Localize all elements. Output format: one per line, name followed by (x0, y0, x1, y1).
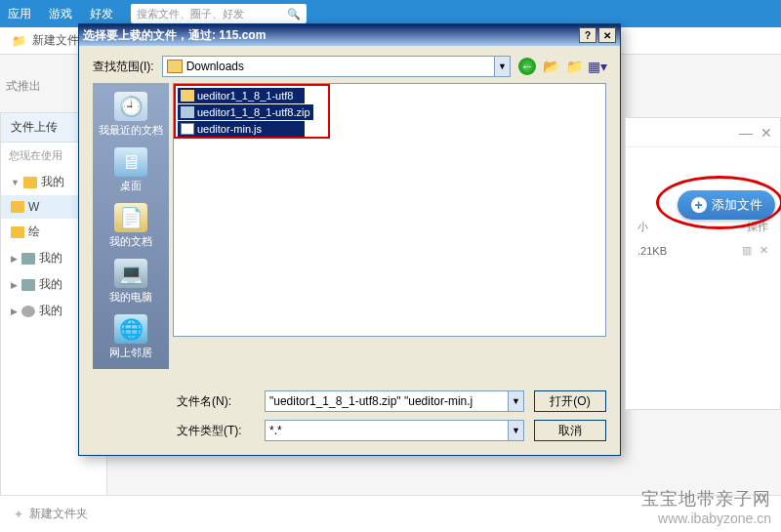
file-item[interactable]: ueditor1_1_8_1-utf8.zip (178, 104, 313, 120)
file-open-dialog: 选择要上载的文件，通过: 115.com ? ✕ 查找范围(I): Downlo… (78, 23, 621, 456)
recent-icon: 🕘 (114, 92, 147, 121)
folder-icon (23, 177, 37, 188)
dialog-title: 选择要上载的文件，通过: 115.com (83, 27, 577, 44)
plus-icon: + (691, 197, 707, 213)
cancel-button[interactable]: 取消 (534, 420, 606, 441)
help-button[interactable]: ? (579, 27, 596, 43)
file-item[interactable]: ueditor1_1_8_1-utf8 (178, 88, 305, 103)
dialog-toolbar: ← 📂 📁 ▦▾ (518, 58, 606, 75)
view-menu-icon[interactable]: ▦▾ (589, 58, 606, 75)
desktop-icon: 🖥 (114, 147, 147, 177)
computer-icon: 💻 (114, 259, 147, 288)
watermark-title: 宝宝地带亲子网 (641, 487, 771, 511)
documents-icon: 📄 (114, 203, 147, 232)
filename-input[interactable]: "ueditor1_1_8_1-utf8.zip" "ueditor-min.j… (265, 390, 524, 412)
search-icon[interactable]: 🔍 (287, 8, 301, 20)
star-icon: ✦ (14, 508, 23, 521)
file-item[interactable]: ueditor-min.js (178, 121, 305, 137)
right-panel: — ✕ 小 操作 .21KB ▥✕ (625, 117, 781, 410)
chevron-down-icon[interactable]: ▼ (508, 391, 523, 411)
network-icon: 🌐 (114, 314, 147, 344)
folder-icon (167, 60, 183, 73)
open-button[interactable]: 打开(O) (534, 390, 606, 412)
music-icon (21, 306, 35, 317)
file-list[interactable]: ueditor1_1_8_1-utf8 ueditor1_1_8_1-utf8.… (173, 83, 606, 337)
folder-icon (11, 201, 24, 213)
place-recent[interactable]: 🕘我最近的文档 (95, 89, 167, 141)
look-in-value: Downloads (186, 60, 244, 73)
dialog-titlebar[interactable]: 选择要上载的文件，通过: 115.com ? ✕ (79, 24, 620, 46)
folder-plus-icon: 📁 (12, 34, 26, 48)
delete-icon[interactable]: ✕ (760, 244, 768, 257)
watermark: 宝宝地带亲子网 www.ibabyzone.cn (641, 487, 771, 526)
place-network[interactable]: 🌐网上邻居 (95, 311, 167, 363)
search-input[interactable]: 搜索文件、圈子、好发 🔍 (131, 4, 307, 23)
chevron-down-icon[interactable]: ▼ (508, 421, 523, 440)
minimize-icon[interactable]: — (739, 125, 753, 141)
subtext: 式推出 (6, 78, 41, 95)
place-my-documents[interactable]: 📄我的文档 (95, 200, 167, 252)
folder-icon (181, 90, 194, 102)
folder-icon (11, 226, 24, 238)
up-one-level-icon[interactable]: 📂 (542, 58, 559, 75)
js-file-icon (181, 123, 194, 135)
filetype-label: 文件类型(T): (177, 423, 255, 439)
file-size: .21KB (637, 245, 667, 257)
add-file-button[interactable]: + 添加文件 (678, 190, 775, 220)
look-in-dropdown[interactable]: Downloads ▼ (162, 56, 511, 77)
nav-item[interactable]: 好发 (90, 6, 113, 22)
nav-item[interactable]: 应用 (8, 6, 31, 22)
file-row[interactable]: .21KB ▥✕ (626, 240, 780, 261)
filename-label: 文件名(N): (177, 393, 255, 410)
disk-icon (21, 279, 35, 291)
zip-icon (181, 106, 194, 118)
search-placeholder: 搜索文件、圈子、好发 (137, 7, 244, 21)
place-my-computer[interactable]: 💻我的电脑 (95, 256, 167, 307)
chevron-down-icon[interactable]: ▼ (494, 57, 510, 76)
places-bar: 🕘我最近的文档 🖥桌面 📄我的文档 💻我的电脑 🌐网上邻居 (93, 83, 169, 369)
folder-icon[interactable]: ▥ (742, 244, 752, 257)
filetype-dropdown[interactable]: *.* ▼ (265, 420, 524, 441)
nav-item[interactable]: 游戏 (49, 6, 72, 22)
look-in-label: 查找范围(I): (93, 59, 154, 75)
place-desktop[interactable]: 🖥桌面 (95, 144, 167, 196)
panel-controls: — ✕ (626, 118, 780, 147)
disk-icon (21, 253, 35, 265)
close-icon[interactable]: ✕ (760, 125, 772, 141)
watermark-url: www.ibabyzone.cn (641, 511, 771, 526)
new-folder-link[interactable]: 新建文件夹 (29, 506, 88, 522)
col-ops: 操作 (747, 220, 768, 234)
col-size: 小 (637, 220, 648, 234)
back-icon[interactable]: ← (518, 58, 536, 75)
new-folder-icon[interactable]: 📁 (565, 58, 583, 75)
close-button[interactable]: ✕ (598, 27, 616, 43)
